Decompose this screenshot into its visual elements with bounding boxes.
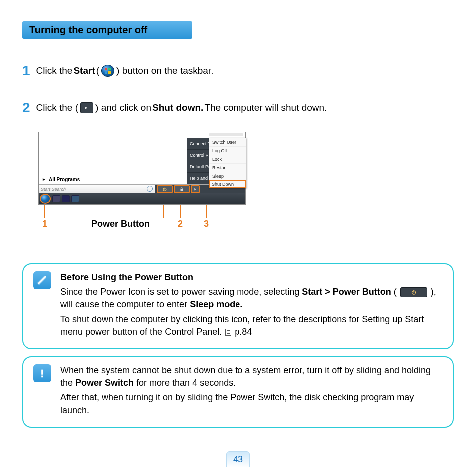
callout-power-button: Power Button <box>91 219 150 229</box>
step-text: ) and click on <box>95 102 151 113</box>
step-text-bold: Start <box>73 65 95 76</box>
all-programs-label: All Programs <box>49 177 80 182</box>
note-box-power-switch: When the system cannot be shut down due … <box>22 356 454 428</box>
note-text: Since the Power Icon is set to power sav… <box>60 287 302 297</box>
svg-rect-3 <box>108 71 111 74</box>
arrow-button-icon <box>191 185 200 193</box>
alert-icon <box>33 364 51 382</box>
note-text-bold: Sleep mode. <box>190 299 242 309</box>
arrow-menu-icon <box>80 102 93 113</box>
submenu-sleep: Sleep <box>209 172 246 181</box>
callout-1: 1 <box>42 219 47 229</box>
callout-2: 2 <box>178 219 183 229</box>
note-text: ( <box>394 287 397 297</box>
note-text: p.84 <box>235 327 252 337</box>
power-submenu: Switch User Log Off Lock Restart Sleep S… <box>209 138 246 188</box>
section-heading: Turning the computer off <box>22 21 192 39</box>
callout-3: 3 <box>204 219 209 229</box>
taskbar-icon <box>52 195 60 202</box>
search-placeholder: Start Search <box>41 187 66 192</box>
start-orb-icon <box>101 65 114 77</box>
step-text: Click the <box>36 65 73 76</box>
svg-rect-10 <box>41 376 43 378</box>
note-box-power-button: Before Using the Power Button Since the … <box>22 263 454 349</box>
svg-rect-1 <box>108 68 111 70</box>
power-button-inline-icon <box>400 287 427 297</box>
submenu-lock: Lock <box>209 155 246 164</box>
svg-rect-2 <box>105 71 107 74</box>
page-ref-icon <box>225 329 231 336</box>
svg-rect-0 <box>105 68 107 70</box>
svg-rect-6 <box>181 189 183 191</box>
taskbar-icon <box>62 195 70 202</box>
note-text: for more than 4 seconds. <box>136 378 236 388</box>
step-text: ( <box>96 65 99 76</box>
taskbar-start-orb <box>40 194 51 204</box>
step-text: The computer will shut down. <box>204 102 327 113</box>
step-text-bold: Shut down. <box>152 102 203 113</box>
note-title: Before Using the Power Button <box>60 271 443 284</box>
power-button-icon <box>157 185 173 193</box>
submenu-restart: Restart <box>209 164 246 172</box>
taskbar-icon <box>71 195 79 202</box>
note-text-bold: Start > Power Button <box>302 287 391 297</box>
start-menu-screenshot: All Programs Connect To Control Panel De… <box>38 132 454 230</box>
submenu-shut-down: Shut Down <box>209 180 246 188</box>
step-text: Click the ( <box>36 102 78 113</box>
step-text: ) button on the taskbar. <box>116 65 213 76</box>
step-number: 2 <box>22 101 30 115</box>
note-icon <box>33 271 51 289</box>
step-2: 2 Click the ( ) and click on Shut down. … <box>22 101 454 115</box>
search-icon <box>147 186 153 192</box>
note-text-bold: Power Switch <box>75 378 134 388</box>
svg-rect-9 <box>41 370 43 375</box>
lock-button-icon <box>174 185 190 193</box>
step-number: 1 <box>22 64 30 78</box>
step-1: 1 Click the Start ( ) button on the task… <box>22 64 454 78</box>
note-text: After that, when turning it on by slidin… <box>60 391 443 416</box>
submenu-switch-user: Switch User <box>209 138 246 147</box>
submenu-log-off: Log Off <box>209 147 246 155</box>
page-number: 43 <box>226 451 250 467</box>
